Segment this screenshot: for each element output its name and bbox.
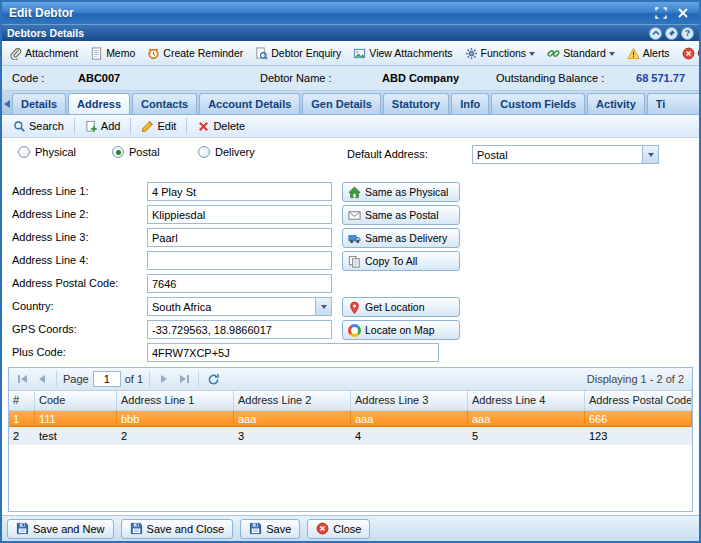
- view-attachments-button[interactable]: View Attachments: [349, 44, 456, 63]
- page-input[interactable]: [93, 371, 121, 387]
- radio-postal-label: Postal: [129, 146, 160, 158]
- save-and-close-button[interactable]: Save and Close: [121, 519, 234, 539]
- column-header-address-line-3[interactable]: Address Line 3: [351, 391, 468, 410]
- cell-code: test: [35, 428, 117, 444]
- save-icon: [130, 522, 143, 535]
- displaying-text: Displaying 1 - 2 of 2: [587, 373, 687, 385]
- attachment-label: Attachment: [25, 47, 78, 59]
- tab-custom-fields[interactable]: Custom Fields: [491, 93, 585, 114]
- table-row[interactable]: 2 test 2 3 4 5 123: [9, 428, 692, 445]
- close-toolbar-button[interactable]: Close: [678, 44, 699, 63]
- add-button[interactable]: Add: [78, 117, 128, 136]
- cell-address-line-1: bbb: [117, 411, 234, 427]
- same-as-delivery-button[interactable]: Same as Delivery: [342, 228, 460, 248]
- search-button[interactable]: Search: [6, 117, 71, 136]
- table-row[interactable]: 1 111 bbb aaa aaa aaa 666: [9, 411, 692, 428]
- tab-activity[interactable]: Activity: [587, 93, 645, 114]
- save-and-new-button[interactable]: Save and New: [7, 519, 114, 539]
- default-address-select[interactable]: Postal: [472, 145, 659, 164]
- same-as-postal-button[interactable]: Same as Postal: [342, 205, 460, 225]
- tab-account-details[interactable]: Account Details: [199, 93, 300, 114]
- delete-button[interactable]: Delete: [190, 117, 252, 136]
- main-toolbar: Attachment Memo Create Reminder Debtor E…: [2, 41, 699, 66]
- chevron-left-icon: [4, 100, 10, 108]
- column-header-number[interactable]: #: [9, 391, 35, 410]
- create-reminder-button[interactable]: Create Reminder: [143, 44, 247, 63]
- last-page-button[interactable]: [176, 371, 192, 387]
- attachment-button[interactable]: Attachment: [5, 44, 82, 63]
- country-select[interactable]: South Africa: [147, 297, 332, 316]
- collapse-icon[interactable]: [649, 27, 662, 40]
- toolbar-separator: [186, 118, 187, 134]
- first-page-button[interactable]: [14, 371, 30, 387]
- pager-separator: [149, 371, 150, 387]
- radio-icon: [18, 146, 30, 158]
- refresh-icon: [207, 373, 220, 386]
- tab-address[interactable]: Address: [68, 93, 130, 114]
- chevron-down-icon[interactable]: [315, 298, 331, 315]
- tab-ti[interactable]: Ti: [647, 93, 699, 114]
- plus-code-input[interactable]: [147, 343, 439, 362]
- same-as-physical-button[interactable]: Same as Physical: [342, 182, 460, 202]
- close-footer-button[interactable]: Close: [307, 519, 370, 539]
- tab-scroll-left[interactable]: [4, 94, 10, 114]
- search-icon: [13, 120, 26, 133]
- cell-address-line-1: 2: [117, 428, 234, 444]
- save-icon: [249, 522, 262, 535]
- memo-label: Memo: [106, 47, 135, 59]
- column-header-address-line-4[interactable]: Address Line 4: [468, 391, 585, 410]
- edit-button[interactable]: Edit: [134, 117, 183, 136]
- functions-button[interactable]: Functions: [461, 44, 540, 63]
- radio-postal[interactable]: Postal: [112, 146, 160, 158]
- save-button[interactable]: Save: [240, 519, 300, 539]
- alerts-button[interactable]: Alerts: [623, 44, 674, 63]
- refresh-button[interactable]: [205, 371, 221, 387]
- tab-statutory[interactable]: Statutory: [383, 93, 449, 114]
- prev-page-button[interactable]: [34, 371, 50, 387]
- copy-to-all-button[interactable]: Copy To All: [342, 251, 460, 271]
- search-label: Search: [29, 120, 64, 132]
- tab-info[interactable]: Info: [451, 93, 489, 114]
- close-footer-label: Close: [333, 523, 361, 535]
- standard-button[interactable]: Standard: [543, 44, 619, 63]
- tab-gen-details[interactable]: Gen Details: [302, 93, 381, 114]
- address-line-1-input[interactable]: [147, 182, 332, 201]
- cell-code: 111: [35, 411, 117, 427]
- column-header-address-line-1[interactable]: Address Line 1: [117, 391, 234, 410]
- radio-delivery-label: Delivery: [215, 146, 255, 158]
- tab-details[interactable]: Details: [12, 93, 66, 114]
- chevron-down-icon[interactable]: [642, 146, 658, 163]
- address-postal-code-input[interactable]: [147, 274, 332, 293]
- close-icon[interactable]: [674, 6, 692, 21]
- address-line-3-input[interactable]: [147, 228, 332, 247]
- cell-address-line-3: 4: [351, 428, 468, 444]
- chevron-down-icon: [609, 52, 615, 59]
- locate-on-map-button[interactable]: Locate on Map: [342, 320, 460, 340]
- pin-icon[interactable]: [665, 27, 678, 40]
- memo-button[interactable]: Memo: [86, 44, 139, 63]
- radio-delivery[interactable]: Delivery: [198, 146, 255, 158]
- restore-icon[interactable]: [652, 6, 670, 21]
- save-and-close-label: Save and Close: [147, 523, 225, 535]
- debtor-enquiry-label: Debtor Enquiry: [271, 47, 341, 59]
- column-header-address-line-2[interactable]: Address Line 2: [234, 391, 351, 410]
- column-header-code[interactable]: Code: [35, 391, 117, 410]
- debtor-enquiry-button[interactable]: Debtor Enquiry: [251, 44, 345, 63]
- tab-contacts[interactable]: Contacts: [132, 93, 197, 114]
- help-icon[interactable]: ?: [681, 27, 694, 40]
- address-line-4-input[interactable]: [147, 251, 332, 270]
- gps-coords-input[interactable]: [147, 320, 332, 339]
- cell-row-number: 2: [9, 428, 35, 444]
- close-circle-icon: [316, 522, 329, 535]
- get-location-label: Get Location: [365, 301, 425, 313]
- address-line-2-input[interactable]: [147, 205, 332, 224]
- column-header-postal-code[interactable]: Address Postal Code: [585, 391, 692, 410]
- radio-physical[interactable]: Physical: [18, 146, 76, 158]
- reminder-icon: [147, 47, 160, 60]
- outstanding-balance-label: Outstanding Balance :: [496, 72, 604, 84]
- view-attachments-icon: [353, 47, 366, 60]
- next-page-button[interactable]: [156, 371, 172, 387]
- alerts-label: Alerts: [643, 47, 670, 59]
- get-location-button[interactable]: Get Location: [342, 297, 460, 317]
- functions-label: Functions: [481, 47, 527, 59]
